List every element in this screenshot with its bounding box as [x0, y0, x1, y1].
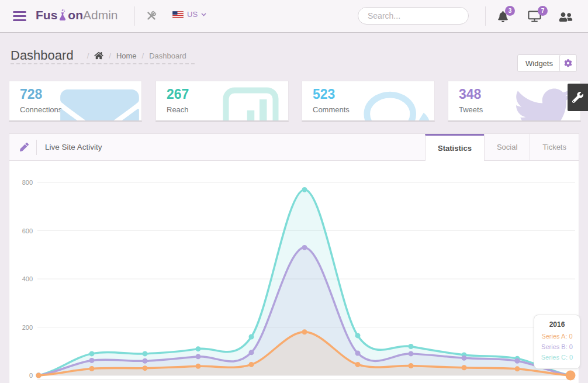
gear-icon: [564, 59, 572, 67]
stat-card-reach: 267 Reach: [155, 81, 289, 122]
envelope-icon: [60, 89, 139, 122]
wrench-icon: [572, 92, 583, 103]
widgets-button[interactable]: Widgets: [517, 54, 561, 72]
breadcrumb-home-link[interactable]: Home: [116, 51, 137, 60]
flask-icon: [58, 8, 67, 23]
stat-card-tweets: 348 Tweets: [448, 81, 581, 122]
theme-customizer-button[interactable]: [568, 84, 588, 111]
header-divider: [36, 140, 37, 155]
panel-tabs: Statistics Social Tickets: [425, 134, 579, 160]
navbar-divider: [485, 6, 486, 26]
bar-chart-icon: [222, 86, 280, 122]
panel-title: Live Site Activity: [45, 143, 102, 151]
comments-icon: [362, 87, 430, 122]
messages-badge: 7: [538, 6, 548, 16]
dashboard-page: Fus on Admin US: [0, 0, 588, 383]
users-icon[interactable]: [558, 12, 573, 25]
breadcrumb: Dashboard / / Home / Dashboard: [11, 46, 186, 65]
breadcrumb-current: Dashboard: [149, 51, 186, 60]
svg-text:800: 800: [22, 179, 33, 186]
live-site-activity-panel: Live Site Activity Statistics Social Tic…: [9, 133, 579, 383]
tab-statistics[interactable]: Statistics: [425, 134, 484, 161]
area-chart[interactable]: 0200400600800: [9, 161, 579, 383]
search-input[interactable]: [358, 7, 469, 25]
twitter-icon: [514, 88, 572, 122]
pencil-icon[interactable]: [20, 143, 29, 151]
navbar-divider: [134, 6, 135, 26]
svg-text:600: 600: [22, 227, 33, 234]
chart-area[interactable]: 0200400600800 2016 Series A: 0Series B: …: [9, 161, 579, 383]
us-flag-icon: [172, 11, 184, 18]
svg-text:400: 400: [22, 275, 33, 282]
svg-text:200: 200: [22, 324, 33, 331]
stat-card-comments: 523 Comments: [302, 81, 435, 122]
panel-header: Live Site Activity Statistics Social Tic…: [9, 134, 579, 161]
brand-logo: Fus on Admin: [36, 8, 118, 23]
top-navbar: Fus on Admin US: [0, 0, 588, 33]
caret-down-icon: [201, 13, 206, 16]
stat-card-connections: 728 Connections: [9, 81, 142, 122]
logo-text-bold-1: Fus: [36, 8, 57, 22]
svg-text:0: 0: [29, 372, 33, 379]
tab-social[interactable]: Social: [484, 134, 530, 160]
logo-text-light: Admin: [83, 8, 118, 22]
breadcrumb-underline: [11, 63, 195, 64]
locale-label: US: [187, 10, 198, 19]
logo-text-bold-2: on: [68, 8, 83, 22]
tab-tickets[interactable]: Tickets: [530, 134, 579, 160]
tools-icon[interactable]: [146, 10, 157, 24]
locale-dropdown[interactable]: US: [172, 10, 206, 19]
page-settings-button[interactable]: [559, 54, 577, 72]
notifications-badge: 3: [505, 6, 515, 16]
page-title: Dashboard: [11, 48, 74, 63]
home-icon[interactable]: [94, 51, 103, 60]
menu-icon[interactable]: [13, 11, 26, 23]
